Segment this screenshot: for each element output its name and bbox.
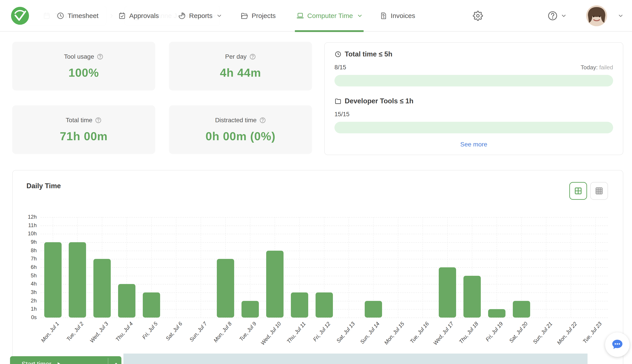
daily-bar[interactable] <box>316 292 333 318</box>
y-axis-tick: 6h <box>13 264 37 270</box>
y-axis-tick: 11h <box>13 222 37 228</box>
help-circle-icon <box>259 117 266 124</box>
user-avatar[interactable] <box>586 5 607 26</box>
user-menu-chevron-icon[interactable] <box>617 12 624 19</box>
daily-time-card: Daily Time 12h11h10h9h8h7h6h5h4h3h2h1h0s… <box>12 170 623 364</box>
stat-card-tool-usage: Tool usage 100% <box>12 42 155 90</box>
daily-bar[interactable] <box>93 259 111 318</box>
chevron-down-icon <box>356 12 363 19</box>
goal-list: Total time ≤ 5h 8/15 Today: failed Devel… <box>334 50 613 133</box>
column-gridline <box>546 217 546 318</box>
daily-bar[interactable] <box>439 267 456 318</box>
goal-item: Total time ≤ 5h 8/15 Today: failed <box>334 50 613 86</box>
computer-time-dashboard: This month Susanne J Anderson TimesheetA… <box>0 0 632 364</box>
chat-bubble-icon <box>610 338 624 352</box>
clock-icon <box>57 12 65 20</box>
settings-gear-icon[interactable] <box>473 11 483 21</box>
bottom-activity-strip <box>123 354 587 364</box>
goal-title: Total time ≤ 5h <box>345 50 392 58</box>
daily-bar[interactable] <box>242 301 259 318</box>
stat-label: Total time <box>66 117 93 124</box>
stat-cards: Tool usage 100% Per day 4h 44m Total tim… <box>12 42 312 154</box>
y-axis-tick: 10h <box>13 230 37 237</box>
gridline <box>41 318 608 318</box>
app-logo[interactable] <box>10 6 30 26</box>
nav-item-label: Reports <box>189 12 212 20</box>
chevron-down-icon <box>560 12 567 19</box>
today-status-value: failed <box>599 64 613 71</box>
daily-bar[interactable] <box>266 251 284 318</box>
start-timer-button[interactable]: Start timer <box>10 356 121 364</box>
y-axis-tick: 5h <box>13 272 37 279</box>
daily-bar[interactable] <box>463 276 481 318</box>
column-gridline <box>571 217 571 318</box>
nav-item-label: Timesheet <box>68 12 99 20</box>
timer-button-divider <box>108 358 108 364</box>
column-gridline <box>176 217 176 318</box>
folder-icon <box>334 98 342 105</box>
daily-bar[interactable] <box>217 259 234 318</box>
play-icon <box>56 361 62 364</box>
goal-title-row: Developer Tools ≤ 1h <box>334 97 613 105</box>
chat-support-button[interactable] <box>605 332 629 357</box>
stat-label-row: Distracted time <box>215 117 266 124</box>
clock-icon <box>334 51 342 58</box>
daily-bar[interactable] <box>69 242 86 318</box>
pie-chart-icon <box>178 12 186 20</box>
table-view-button[interactable] <box>590 182 608 200</box>
help-circle-icon <box>249 53 256 60</box>
nav-item-invoices[interactable]: $Invoices <box>380 0 415 32</box>
daily-bar[interactable] <box>143 292 160 318</box>
stat-value: 4h 44m <box>220 66 261 79</box>
chevron-up-icon <box>113 361 119 364</box>
help-menu[interactable] <box>547 11 567 21</box>
y-axis-tick: 12h <box>13 214 37 220</box>
stat-label-row: Total time <box>66 117 102 124</box>
goal-today-status: Today: failed <box>581 64 613 71</box>
goal-progress-count: 15/15 <box>334 111 350 118</box>
daily-bar[interactable] <box>365 301 382 318</box>
nav-item-timesheet[interactable]: Timesheet <box>57 0 99 32</box>
nav-item-approvals[interactable]: Approvals <box>118 0 159 32</box>
stat-value: 71h 00m <box>60 130 108 143</box>
y-axis-tick: 7h <box>13 256 37 262</box>
y-axis-tick: 9h <box>13 239 37 245</box>
goal-item: Developer Tools ≤ 1h 15/15 <box>334 97 613 133</box>
goal-progress-count: 8/15 <box>334 64 346 71</box>
chart-view-toggles <box>569 182 608 200</box>
column-gridline <box>595 217 596 318</box>
nav-item-reports[interactable]: Reports <box>178 0 223 32</box>
stat-value: 0h 00m (0%) <box>206 130 275 143</box>
goal-title-row: Total time ≤ 5h <box>334 50 613 58</box>
today-label: Today: <box>581 64 598 71</box>
daily-bar[interactable] <box>513 301 530 318</box>
nav-item-label: Approvals <box>129 12 159 20</box>
daily-bar[interactable] <box>488 309 505 318</box>
goal-meta-row: 8/15 Today: failed <box>334 64 613 71</box>
navbar-content: TimesheetApprovalsReportsProjectsCompute… <box>0 0 632 32</box>
help-icon <box>547 11 558 21</box>
daily-bar[interactable] <box>291 292 308 318</box>
nav-item-computer-time[interactable]: Computer Time <box>296 0 363 32</box>
column-gridline <box>497 217 497 318</box>
start-timer-label: Start timer <box>22 360 51 364</box>
goals-panel: Total time ≤ 5h 8/15 Today: failed Devel… <box>324 42 623 155</box>
y-axis-tick: 1h <box>13 306 37 312</box>
stat-card-per-day: Per day 4h 44m <box>169 42 312 90</box>
timer-expand-button[interactable] <box>111 356 121 364</box>
help-circle-icon <box>97 53 103 60</box>
stat-label: Per day <box>225 53 247 60</box>
y-axis-tick: 0s <box>13 314 37 320</box>
nav-items: TimesheetApprovalsReportsProjectsCompute… <box>30 0 415 32</box>
calendar-check-icon <box>118 12 126 20</box>
column-gridline <box>348 217 349 318</box>
see-more-link[interactable]: See more <box>334 141 613 148</box>
y-axis-tick: 2h <box>13 298 37 304</box>
daily-bar[interactable] <box>118 284 136 318</box>
stat-label: Tool usage <box>64 53 94 60</box>
laptop-icon <box>296 12 304 20</box>
stat-value: 100% <box>69 66 99 79</box>
daily-bar[interactable] <box>44 242 62 318</box>
nav-item-projects[interactable]: Projects <box>240 0 276 32</box>
chart-view-button[interactable] <box>569 182 587 200</box>
